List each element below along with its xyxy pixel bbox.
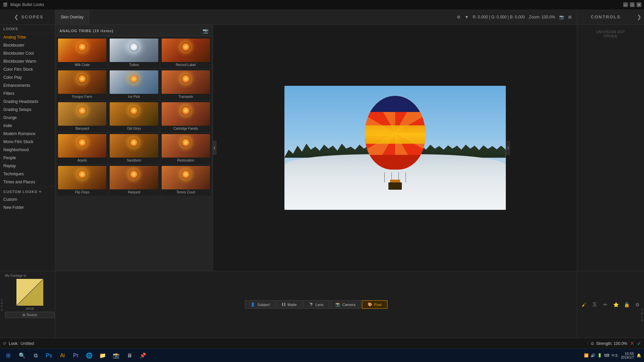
taskbar-task-view[interactable]: ⧉: [30, 350, 42, 362]
skin-overlay-tab[interactable]: Skin Overlay: [55, 9, 89, 24]
close-button[interactable]: ✕: [637, 2, 641, 7]
main-area: LOOKS Analog Tribe Blockbuster Blockbust…: [0, 25, 644, 271]
maximize-button[interactable]: □: [630, 2, 635, 7]
preset-ice-pick[interactable]: Ice Pick: [108, 69, 159, 100]
sidebar-item-custom[interactable]: Custom: [0, 195, 55, 203]
sidebar-item-blockbuster-warm[interactable]: Blockbuster Warm: [0, 57, 55, 65]
preset-label-tennis-court: Tennis Court: [176, 189, 195, 194]
sidebar-item-analog-tribe[interactable]: Analog Tribe: [0, 33, 55, 41]
collapse-right-button[interactable]: ❯: [506, 141, 510, 155]
wifi-icon[interactable]: 📶: [584, 353, 589, 358]
controls-right-arrow[interactable]: ❯: [634, 14, 644, 20]
status-bar: ↺ Look: Untitled ⊙ Strength: 100.0% ✕ ✓: [0, 338, 644, 349]
taskbar-illustrator[interactable]: Ai: [56, 350, 68, 362]
tool-settings-button[interactable]: ⚙: [633, 301, 641, 309]
sidebar-item-filters[interactable]: Filters: [0, 89, 55, 98]
gear-icon[interactable]: ⚙: [457, 15, 461, 19]
post-stage-button[interactable]: 🎨 Post: [362, 300, 387, 309]
preview-image: [284, 86, 506, 210]
chevron-down-icon[interactable]: ▼: [465, 15, 469, 19]
nav-left-arrow[interactable]: ❮: [11, 14, 21, 20]
preset-fungus-farm[interactable]: Fungus Farm: [57, 69, 108, 100]
confirm-button[interactable]: ✓: [637, 340, 641, 347]
preset-arpels[interactable]: Arpels: [57, 133, 108, 164]
ime-icon[interactable]: 中文: [611, 353, 618, 358]
sidebar-item-grunge[interactable]: Grunge: [0, 114, 55, 122]
sidebar-item-grading-headstarts[interactable]: Grading Headstarts: [0, 98, 55, 106]
sidebar-item-enhancements[interactable]: Enhancements: [0, 81, 55, 89]
taskbar-greenshot[interactable]: 📸: [110, 350, 122, 362]
preset-barnyard[interactable]: Barnyard: [57, 101, 108, 132]
footage-swatch[interactable]: [16, 279, 43, 306]
taskbar-app2[interactable]: 🖥: [123, 350, 136, 362]
camera-icon[interactable]: 📷: [559, 15, 564, 19]
volume-icon[interactable]: 🔊: [591, 353, 595, 358]
rgb-display: R: 0.000 | G: 0.000 | B: 0.000: [473, 15, 525, 19]
expand-icon[interactable]: ⊞: [568, 15, 572, 19]
tool-star-button[interactable]: ⭐: [612, 301, 620, 309]
sidebar-item-techniques[interactable]: Techniques: [0, 170, 55, 178]
sidebar-item-blockbuster-cool[interactable]: Blockbuster Cool: [0, 49, 55, 57]
preset-thumb-transaxle: [162, 70, 210, 94]
sidebar-item-color-play[interactable]: Color Play: [0, 73, 55, 81]
preset-transaxle[interactable]: Transaxle: [160, 69, 211, 100]
preset-railyard[interactable]: Railyard: [108, 165, 159, 196]
sidebar-item-color-film-stock[interactable]: Color Film Stock: [0, 65, 55, 73]
collapse-left-button[interactable]: ❮: [213, 141, 216, 155]
clock-area[interactable]: 15:55 2019/1/7: [621, 352, 634, 359]
preset-record-label[interactable]: Record Label: [160, 37, 211, 68]
tool-five-button[interactable]: 五: [591, 301, 599, 309]
add-custom-icon[interactable]: +: [39, 189, 42, 194]
start-button[interactable]: ⊞: [3, 350, 13, 361]
sidebar-item-grading-setups[interactable]: Grading Setups: [0, 106, 55, 114]
bottom-left-panel: L O K S My Footage is sRGB ⊞ Source: [0, 271, 55, 338]
subject-stage-button[interactable]: 👤 Subject: [245, 300, 275, 309]
sidebar-item-mono-film-stock[interactable]: Mono Film Stock: [0, 138, 55, 146]
preset-sandborn[interactable]: Sandborn: [108, 133, 159, 164]
notification-icon[interactable]: 🔔: [637, 353, 641, 358]
snapshot-camera-icon[interactable]: 📷: [203, 28, 209, 34]
sidebar-item-modern-romance[interactable]: Modern Romance: [0, 130, 55, 138]
looks-sidebar: LOOKS Analog Tribe Blockbuster Blockbust…: [0, 25, 55, 271]
time-display: 15:55: [625, 352, 634, 356]
sidebar-item-indie[interactable]: Indie: [0, 122, 55, 130]
balloon-basket: [388, 182, 402, 190]
source-button[interactable]: ⊞ Source: [5, 312, 55, 318]
sidebar-item-neighborhood[interactable]: Neighborhood: [0, 146, 55, 154]
lens-stage-button[interactable]: 🔭 Lens: [303, 300, 329, 309]
bottom-right-tools: 🖌 五 ✏ ⭐ 🔒 ⚙: [577, 271, 644, 338]
controls-content: UNIVISION EDTUNI优化: [577, 25, 644, 44]
tool-brush-button[interactable]: 🖌: [580, 301, 588, 309]
taskbar-app3[interactable]: 📌: [137, 350, 149, 362]
taskbar-search[interactable]: 🔍: [16, 350, 28, 362]
tool-pen-button[interactable]: ✏: [601, 301, 609, 309]
minimize-button[interactable]: —: [623, 2, 628, 7]
sidebar-item-people[interactable]: People: [0, 154, 55, 162]
preset-restoration[interactable]: Restoration: [160, 133, 211, 164]
sidebar-item-new-folder[interactable]: New Folder: [0, 203, 55, 212]
sidebar-item-blockbuster[interactable]: Blockbuster: [0, 41, 55, 49]
undo-icon[interactable]: ↺: [3, 341, 6, 346]
preset-flip-flops[interactable]: Flip Flops: [57, 165, 108, 196]
camera-stage-button[interactable]: 📸 Camera: [330, 300, 361, 309]
taskbar-premiere[interactable]: Pr: [70, 350, 82, 362]
sidebar-item-times-and-places[interactable]: Times and Places: [0, 178, 55, 186]
taskbar-explorer[interactable]: 📁: [97, 350, 109, 362]
matte-stage-button[interactable]: 🎞 Matte: [276, 300, 303, 309]
taskbar-chrome[interactable]: 🌐: [83, 350, 95, 362]
tool-lock-button[interactable]: 🔒: [623, 301, 631, 309]
preset-old-glory[interactable]: Old Glory: [108, 101, 159, 132]
cancel-button[interactable]: ✕: [630, 340, 634, 347]
taskbar-photoshop[interactable]: Ps: [43, 350, 55, 362]
preset-tennis-court[interactable]: Tennis Court: [160, 165, 211, 196]
preset-milk-crate[interactable]: Milk Crate: [57, 37, 108, 68]
battery-icon[interactable]: 🔋: [597, 353, 602, 358]
preset-tuition[interactable]: Tuition: [108, 37, 159, 68]
preset-thumb-flip-flops: [58, 166, 106, 189]
sidebar-item-replay[interactable]: Replay: [0, 162, 55, 170]
preset-label-sandborn: Sandborn: [127, 158, 141, 163]
preset-cartridge-family[interactable]: Cartridge Family: [160, 101, 211, 132]
keyboard-icon[interactable]: ⌨: [604, 353, 609, 358]
custom-looks-label: CUSTOM LOOKS: [3, 190, 38, 194]
preset-thumb-tennis-court: [162, 166, 210, 189]
